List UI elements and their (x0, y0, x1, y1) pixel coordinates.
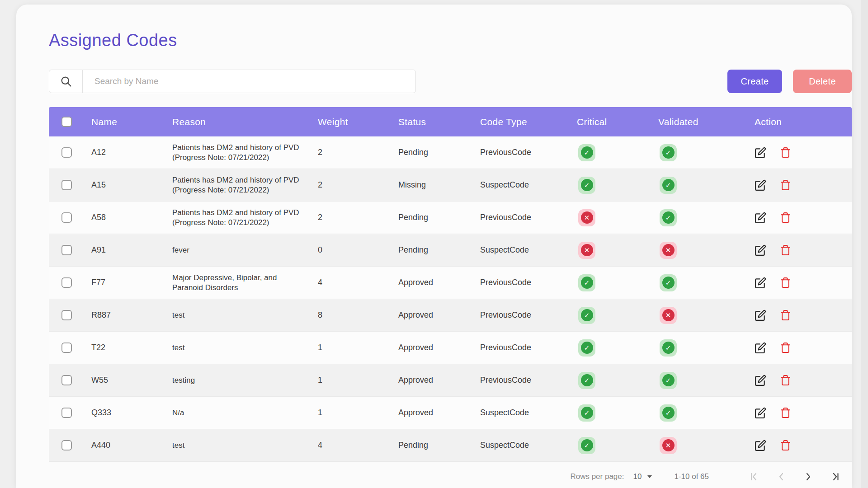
row-checkbox[interactable] (61, 245, 72, 255)
trash-icon[interactable] (780, 147, 791, 158)
validated-status-icon: ✓ (662, 146, 675, 159)
cell-name: A58 (91, 213, 172, 222)
search-input[interactable] (83, 70, 415, 93)
critical-status-icon: ✓ (581, 146, 593, 159)
table-row: A91 fever 0 Pending SuspectCode ✕ ✕ (49, 234, 852, 267)
cell-weight: 2 (318, 213, 398, 222)
cell-status: Approved (398, 343, 480, 352)
cell-reason: Patients has DM2 and history of PVD (Pro… (172, 175, 318, 195)
first-page-button[interactable] (749, 471, 760, 482)
cell-weight: 1 (318, 375, 398, 385)
critical-badge: ✓ (578, 339, 595, 357)
row-checkbox[interactable] (61, 180, 72, 190)
critical-badge: ✕ (578, 242, 595, 259)
edit-icon[interactable] (755, 212, 766, 224)
cell-weight: 8 (318, 310, 398, 320)
critical-badge: ✓ (578, 307, 595, 324)
trash-icon[interactable] (780, 179, 791, 191)
validated-status-icon: ✕ (662, 309, 675, 321)
critical-badge: ✓ (578, 372, 595, 389)
cell-reason: Major Depressive, Bipolar, and Paranoid … (172, 273, 318, 293)
cell-weight: 1 (318, 408, 398, 418)
cell-reason: Patients has DM2 and history of PVD (Pro… (172, 208, 318, 228)
validated-badge: ✓ (660, 274, 677, 291)
cell-status: Approved (398, 278, 480, 287)
cell-code-type: SuspectCode (480, 180, 577, 190)
row-checkbox[interactable] (61, 212, 72, 223)
row-checkbox[interactable] (61, 440, 72, 450)
row-checkbox[interactable] (61, 408, 72, 418)
column-header-weight: Weight (318, 117, 398, 127)
row-checkbox[interactable] (61, 147, 72, 158)
validated-status-icon: ✓ (662, 211, 675, 224)
cell-status: Approved (398, 310, 480, 320)
rows-per-page-select[interactable]: 10 (633, 472, 653, 481)
search-icon[interactable] (49, 70, 83, 93)
previous-page-button[interactable] (776, 471, 787, 482)
validated-badge: ✓ (660, 372, 677, 389)
validated-badge: ✓ (660, 339, 677, 357)
cell-name: Q333 (91, 408, 172, 418)
trash-icon[interactable] (780, 244, 791, 256)
critical-status-icon: ✓ (581, 374, 593, 386)
validated-status-icon: ✓ (662, 342, 675, 354)
row-checkbox[interactable] (61, 375, 72, 385)
edit-icon[interactable] (755, 244, 766, 256)
assigned-codes-table: Name Reason Weight Status Code Type Crit… (49, 107, 852, 462)
table-header-row: Name Reason Weight Status Code Type Crit… (49, 107, 852, 136)
row-checkbox[interactable] (61, 343, 72, 353)
trash-icon[interactable] (780, 310, 791, 321)
column-header-critical: Critical (577, 117, 658, 127)
table-body: A12 Patients has DM2 and history of PVD … (49, 136, 852, 462)
trash-icon[interactable] (780, 407, 791, 418)
validated-status-icon: ✕ (662, 439, 675, 451)
delete-button[interactable]: Delete (793, 70, 852, 93)
edit-icon[interactable] (755, 147, 766, 159)
cell-status: Approved (398, 408, 480, 418)
edit-icon[interactable] (755, 342, 766, 354)
cell-reason: fever (172, 245, 318, 255)
trash-icon[interactable] (780, 212, 791, 223)
column-header-reason: Reason (172, 117, 318, 127)
edit-icon[interactable] (755, 179, 766, 191)
critical-badge: ✓ (578, 177, 595, 194)
trash-icon[interactable] (780, 375, 791, 386)
trash-icon[interactable] (780, 342, 791, 353)
validated-badge: ✓ (660, 404, 677, 422)
trash-icon[interactable] (780, 277, 791, 288)
next-page-button[interactable] (803, 471, 814, 482)
pagination-range: 1-10 of 65 (674, 472, 709, 481)
table-row: W55 testing 1 Approved PreviousCode ✓ ✓ (49, 364, 852, 397)
cell-status: Pending (398, 148, 480, 157)
create-button[interactable]: Create (727, 70, 782, 93)
select-all-checkbox[interactable] (61, 117, 72, 127)
cell-reason: testing (172, 375, 318, 385)
cell-reason: test (172, 310, 318, 320)
row-checkbox[interactable] (61, 277, 72, 288)
scrollbar-track[interactable] (861, 0, 868, 488)
edit-icon[interactable] (755, 310, 766, 321)
next-page-icon (803, 471, 814, 482)
cell-reason: test (172, 441, 318, 450)
page-title: Assigned Codes (49, 31, 177, 50)
cell-name: A91 (91, 245, 172, 255)
row-checkbox[interactable] (61, 310, 72, 320)
cell-code-type: SuspectCode (480, 441, 577, 450)
validated-status-icon: ✓ (662, 374, 675, 386)
trash-icon[interactable] (780, 440, 791, 451)
edit-icon[interactable] (755, 407, 766, 419)
table-row: A12 Patients has DM2 and history of PVD … (49, 136, 852, 169)
cell-status: Approved (398, 375, 480, 385)
edit-icon[interactable] (755, 375, 766, 386)
cell-status: Pending (398, 441, 480, 450)
edit-icon[interactable] (755, 277, 766, 289)
critical-status-icon: ✓ (581, 439, 593, 451)
column-header-code-type: Code Type (480, 117, 577, 127)
column-header-name: Name (91, 117, 172, 127)
last-page-button[interactable] (830, 471, 841, 482)
table-row: R887 test 8 Approved PreviousCode ✓ ✕ (49, 299, 852, 332)
cell-status: Pending (398, 245, 480, 255)
edit-icon[interactable] (755, 440, 766, 451)
column-header-status: Status (398, 117, 480, 127)
critical-status-icon: ✓ (581, 342, 593, 354)
